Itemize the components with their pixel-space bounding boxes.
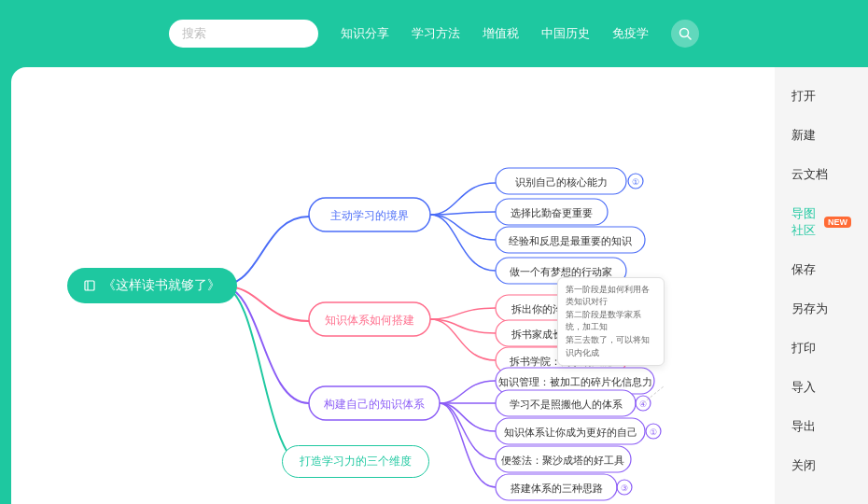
svg-text:③: ③ (621, 483, 628, 493)
tooltip-line-0: 第一阶段是如何利用各类知识对行 (566, 284, 656, 309)
new-badge: NEW (824, 217, 851, 228)
svg-text:构建自己的知识体系: 构建自己的知识体系 (323, 398, 425, 411)
sidebar-save[interactable]: 保存 (775, 252, 868, 287)
tooltip-line-2: 第三去散了，可以将知识内化成 (566, 334, 656, 359)
svg-text:知识体系让你成为更好的自己: 知识体系让你成为更好的自己 (504, 427, 637, 438)
main-area: 《这样读书就够了》 主动学习的境界 识别自己的核心能力 ① 选择比勤奋更重要 经… (0, 67, 868, 504)
svg-text:④: ④ (639, 399, 647, 409)
nav-item-1[interactable]: 学习方法 (412, 25, 460, 42)
mindmap-container: 《这样读书就够了》 主动学习的境界 识别自己的核心能力 ① 选择比勤奋更重要 经… (11, 67, 775, 504)
book-icon (84, 279, 97, 292)
sidebar-close[interactable]: 关闭 (775, 448, 868, 483)
sidebar-cloud[interactable]: 云文档 (775, 157, 868, 192)
sidebar-new[interactable]: 新建 (775, 118, 868, 153)
nav-item-2[interactable]: 增值税 (483, 25, 519, 42)
svg-text:便签法：聚沙成塔的好工具: 便签法：聚沙成塔的好工具 (501, 455, 624, 466)
sidebar-print[interactable]: 打印 (775, 330, 868, 366)
search-button[interactable] (671, 20, 699, 48)
search-box[interactable]: 搜索 (169, 20, 318, 48)
nav-item-3[interactable]: 中国历史 (541, 25, 590, 42)
svg-text:经验和反思是最重要的知识: 经验和反思是最重要的知识 (509, 235, 632, 246)
tooltip-box: 第一阶段是如何利用各类知识对行 第二阶段是数学家系统，加工知 第三去散了，可以将… (557, 277, 665, 367)
sidebar-import[interactable]: 导入 (775, 370, 868, 405)
branch4-label: 打造学习力的三个维度 (282, 445, 429, 478)
top-bar: 搜索 知识分享 学习方法 增值税 中国历史 免疫学 (0, 0, 868, 67)
svg-text:学习不是照搬他人的体系: 学习不是照搬他人的体系 (510, 399, 623, 410)
sidebar-export[interactable]: 导出 (775, 409, 868, 444)
svg-text:主动学习的境界: 主动学习的境界 (330, 209, 409, 222)
search-placeholder: 搜索 (182, 25, 206, 42)
root-node: 《这样读书就够了》 (67, 268, 237, 303)
svg-text:①: ① (632, 177, 639, 187)
svg-text:选择比勤奋更重要: 选择比勤奋更重要 (511, 207, 593, 218)
nav-item-0[interactable]: 知识分享 (341, 25, 389, 42)
svg-text:知识体系如何搭建: 知识体系如何搭建 (325, 314, 414, 327)
right-sidebar: 打开 新建 云文档 导图社区 NEW 保存 另存为 打印 导入 导出 关闭 (775, 67, 868, 504)
svg-rect-2 (85, 281, 94, 290)
svg-text:做一个有梦想的行动家: 做一个有梦想的行动家 (510, 266, 612, 277)
svg-text:①: ① (650, 427, 657, 437)
tooltip-line-1: 第二阶段是数学家系统，加工知 (566, 309, 656, 334)
nav-item-4[interactable]: 免疫学 (612, 25, 649, 42)
sidebar-community[interactable]: 导图社区 NEW (775, 196, 868, 248)
svg-line-1 (688, 36, 692, 40)
svg-text:知识管理：被加工的碎片化信息力: 知识管理：被加工的碎片化信息力 (498, 376, 652, 387)
svg-text:识别自己的核心能力: 识别自己的核心能力 (515, 176, 608, 188)
svg-text:搭建体系的三种思路: 搭建体系的三种思路 (511, 483, 603, 494)
sidebar-save-as[interactable]: 另存为 (775, 291, 868, 327)
sidebar-open[interactable]: 打开 (775, 78, 868, 114)
root-label: 《这样读书就够了》 (103, 277, 220, 294)
